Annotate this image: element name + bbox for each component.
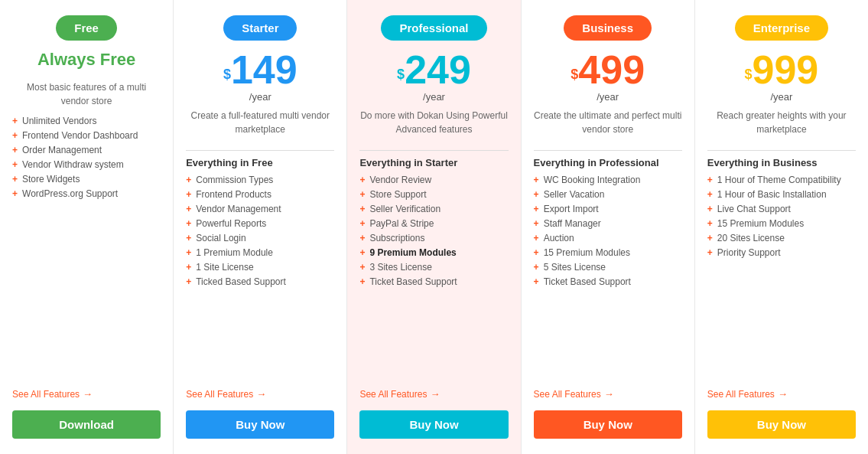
starter-price: $149 [186,50,334,90]
starter-see-all[interactable]: See All Features → [186,388,334,400]
enterprise-yearly: /year [707,91,856,103]
business-badge: Business [564,15,652,41]
plus-icon: + [186,276,191,287]
enterprise-badge: Enterprise [735,15,828,41]
list-item: +Store Widgets [12,174,161,185]
list-item: +Powerful Reports [186,218,334,229]
enterprise-everything: Everything in Business [707,157,856,168]
list-item: +Auction [534,233,682,243]
plus-icon: + [359,175,365,185]
list-item: +15 Premium Modules [707,218,856,229]
list-item: +Subscriptions [359,233,508,243]
list-item: +Vendor Withdraw system [12,159,161,170]
list-item: +Seller Verification [359,204,508,214]
enterprise-see-all[interactable]: See All Features → [707,388,856,400]
business-desc: Create the ultimate and perfect multi ve… [534,109,682,136]
list-item: +Frontend Vendor Dashboard [12,130,161,141]
plan-col-business: Business$499/yearCreate the ultimate and… [522,0,695,454]
list-item: +Vendor Management [186,204,334,214]
business-features-list: +WC Booking Integration+Seller Vacation+… [534,175,682,381]
list-item: +1 Site License [186,262,334,273]
list-item: +Ticked Based Support [186,276,334,287]
pricing-table: FreeAlways FreeMost basic features of a … [0,0,868,454]
list-item: +Commission Types [186,175,334,185]
starter-yearly: /year [186,91,334,103]
plus-icon: + [12,174,18,185]
business-divider [534,150,682,151]
list-item: +Seller Vacation [534,189,682,200]
list-item: +20 Sites License [707,233,856,243]
business-see-all[interactable]: See All Features → [534,388,682,400]
business-cta-button[interactable]: Buy Now [534,410,682,439]
list-item: +1 Hour of Basic Installation [707,189,856,200]
enterprise-features-list: +1 Hour of Theme Compatibility+1 Hour of… [707,175,856,381]
free-badge: Free [56,15,117,41]
plus-icon: + [12,130,18,141]
professional-everything: Everything in Starter [359,157,508,168]
plan-col-enterprise: Enterprise$999/yearReach greater heights… [695,0,868,454]
plus-icon: + [12,116,18,126]
plus-icon: + [534,189,539,200]
starter-features-list: +Commission Types+Frontend Products+Vend… [186,175,334,381]
plus-icon: + [186,233,191,243]
plus-icon: + [12,145,18,155]
plus-icon: + [359,247,365,258]
list-item: +1 Premium Module [186,247,334,258]
business-yearly: /year [534,91,682,103]
arrow-icon: → [778,388,788,400]
plus-icon: + [707,189,713,200]
plus-icon: + [359,204,365,214]
plus-icon: + [707,247,713,258]
plan-col-starter: Starter$149/yearCreate a full-featured m… [174,0,347,454]
list-item: +Order Management [12,145,161,155]
plus-icon: + [707,233,713,243]
enterprise-price: $999 [707,50,856,90]
starter-badge: Starter [223,15,297,41]
list-item: +Export Import [534,204,682,214]
professional-divider [359,150,508,151]
plus-icon: + [534,247,539,258]
plus-icon: + [186,247,191,258]
business-everything: Everything in Professional [534,157,682,168]
plus-icon: + [186,189,191,200]
starter-cta-button[interactable]: Buy Now [186,410,334,439]
business-price: $499 [534,50,682,90]
enterprise-cta-button[interactable]: Buy Now [707,410,856,439]
plus-icon: + [534,262,539,273]
plus-icon: + [534,204,539,214]
professional-features-list: +Vendor Review+Store Support+Seller Veri… [359,175,508,381]
list-item: +WC Booking Integration [534,175,682,185]
plus-icon: + [359,262,365,273]
professional-yearly: /year [359,91,508,103]
plan-col-free: FreeAlways FreeMost basic features of a … [0,0,174,454]
plus-icon: + [534,233,539,243]
plus-icon: + [186,204,191,214]
free-cta-button[interactable]: Download [12,410,161,439]
plus-icon: + [186,262,191,273]
list-item: +3 Sites License [359,262,508,273]
free-see-all[interactable]: See All Features → [12,388,161,400]
professional-badge: Professional [381,15,486,41]
starter-divider [186,150,334,151]
list-item: +Frontend Products [186,189,334,200]
plus-icon: + [359,233,365,243]
arrow-icon: → [604,388,614,400]
free-title: Always Free [12,50,161,70]
list-item: +9 Premium Modules [359,247,508,258]
list-item: +WordPress.org Support [12,188,161,199]
list-item: +Store Support [359,189,508,200]
list-item: +15 Premium Modules [534,247,682,258]
list-item: +5 Sites License [534,262,682,273]
plus-icon: + [534,276,539,287]
arrow-icon: → [256,388,266,400]
plus-icon: + [707,204,713,214]
plus-icon: + [359,218,365,229]
list-item: +Ticket Based Support [359,276,508,287]
plus-icon: + [534,175,539,185]
plan-col-professional: Professional$249/yearDo more with Dokan … [347,0,521,454]
professional-see-all[interactable]: See All Features → [359,388,508,400]
plus-icon: + [12,188,18,199]
plus-icon: + [707,218,713,229]
starter-desc: Create a full-featured multi vendor mark… [186,109,334,136]
professional-cta-button[interactable]: Buy Now [359,410,508,439]
